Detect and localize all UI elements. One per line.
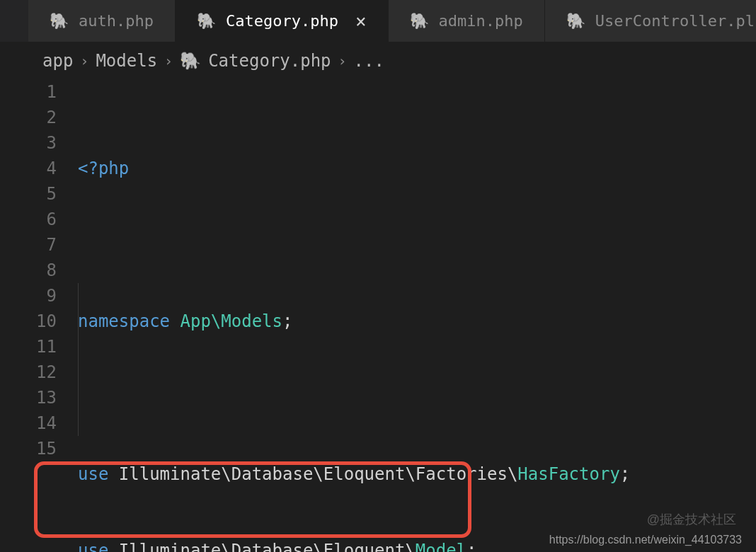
code-line	[78, 232, 756, 258]
chevron-right-icon: ›	[338, 52, 347, 69]
tab-category[interactable]: 🐘 Category.php ×	[176, 0, 389, 42]
php-icon: 🐘	[50, 12, 69, 30]
line-number: 2	[7, 105, 57, 130]
indent-guide	[78, 283, 79, 436]
chevron-right-icon: ›	[80, 52, 88, 69]
line-gutter: 1 2 3 4 5 6 7 8 9 10 11 12 13 14 15	[7, 79, 78, 552]
code-line: use Illuminate\Database\Eloquent\Factori…	[78, 461, 756, 487]
php-icon: 🐘	[197, 12, 216, 30]
line-number: 3	[7, 130, 57, 156]
line-number: 7	[7, 232, 57, 258]
line-number: 4	[7, 156, 57, 181]
php-icon: 🐘	[410, 12, 429, 30]
code-editor[interactable]: 1 2 3 4 5 6 7 8 9 10 11 12 13 14 15 <?ph…	[0, 79, 756, 552]
line-number: 5	[7, 181, 57, 207]
line-number: 14	[7, 410, 57, 436]
code-content[interactable]: <?php namespace App\Models; use Illumina…	[78, 79, 756, 552]
breadcrumb-part[interactable]: Category.php	[208, 51, 331, 71]
code-line	[78, 385, 756, 410]
tab-label: UserController.pl	[595, 12, 755, 30]
watermark-url: https://blog.csdn.net/weixin_44103733	[549, 534, 742, 546]
tab-usercontroller[interactable]: 🐘 UserController.pl	[545, 0, 756, 42]
line-number: 1	[7, 79, 57, 105]
line-number: 10	[7, 309, 57, 334]
php-icon: 🐘	[180, 51, 201, 71]
tab-auth[interactable]: 🐘 auth.php	[28, 0, 176, 42]
breadcrumb-part[interactable]: Models	[96, 51, 157, 71]
tab-bar: 🐘 auth.php 🐘 Category.php × 🐘 admin.php …	[0, 0, 756, 42]
tab-label: Category.php	[226, 12, 338, 30]
code-line: <?php	[78, 156, 756, 181]
line-number: 11	[7, 334, 57, 360]
breadcrumb-trail[interactable]: ...	[354, 51, 384, 71]
chevron-right-icon: ›	[164, 52, 173, 69]
close-icon[interactable]: ×	[355, 11, 367, 32]
tab-label: auth.php	[79, 12, 154, 30]
breadcrumb[interactable]: app › Models › 🐘 Category.php › ...	[0, 42, 756, 79]
tab-label: admin.php	[439, 12, 523, 30]
line-number: 6	[7, 207, 57, 232]
line-number: 12	[7, 360, 57, 385]
code-line: namespace App\Models;	[78, 309, 756, 334]
php-icon: 🐘	[566, 12, 585, 30]
line-number: 15	[7, 436, 57, 461]
line-number: 8	[7, 258, 57, 283]
watermark-text: @掘金技术社区	[647, 511, 736, 528]
tab-admin[interactable]: 🐘 admin.php	[389, 0, 545, 42]
line-number: 13	[7, 385, 57, 410]
breadcrumb-part[interactable]: app	[42, 51, 73, 71]
line-number: 9	[7, 283, 57, 309]
